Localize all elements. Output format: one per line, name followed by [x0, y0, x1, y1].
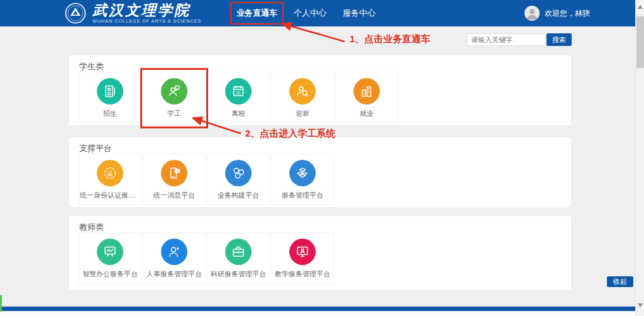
tiles-row: 证 统一身份认证服务... 统一消息平台 [79, 154, 334, 205]
tiles-row: 智慧办公服务平台 人事服务管理平台 科研服务管理平 [79, 232, 334, 284]
linked-circles-icon [225, 160, 252, 186]
annotation-step-2: 2、点击进入学工系统 [245, 128, 335, 140]
main-nav: 业务直通车 个人中心 服务中心 [236, 0, 375, 26]
section-teachers: 教师类 智慧办公服务平台 人事服务管理平台 [69, 216, 571, 290]
id-auth-seal-icon: 证 [97, 160, 123, 186]
tile-label: 人事服务管理平台 [147, 269, 202, 279]
footer-bar [0, 307, 635, 311]
tile-research-service[interactable]: 科研服务管理平台 [207, 232, 270, 284]
section-title: 学生类 [79, 61, 104, 72]
cubes-icon [289, 160, 316, 186]
student-person-icon [161, 78, 187, 104]
tile-service-management[interactable]: 服务管理平台 [271, 154, 334, 205]
section-support-platforms: 支撑平台 证 统一身份认证服务... [69, 137, 571, 207]
tile-label: 迎新 [296, 109, 309, 118]
nav-item-personal-center[interactable]: 个人中心 [294, 8, 326, 19]
tile-label: 服务管理平台 [282, 191, 323, 200]
search-input[interactable] [467, 33, 546, 46]
tile-enrollment[interactable]: 招生 [79, 72, 142, 123]
tile-welcome-new[interactable]: 迎新 [271, 72, 334, 123]
tile-label: 离校 [231, 109, 245, 118]
search-button[interactable]: 搜索 [547, 33, 572, 46]
person-badge-icon [161, 239, 187, 265]
vertical-scrollbar[interactable] [635, 0, 644, 316]
tile-label: 科研服务管理平台 [211, 269, 266, 279]
tile-teaching-service[interactable]: 教学服务管理平台 [271, 232, 334, 284]
horizontal-scrollbar[interactable] [0, 311, 635, 316]
monitor-person-icon [289, 239, 316, 265]
section-title: 教师类 [79, 222, 104, 233]
buildings-icon [353, 78, 380, 104]
section-students: 学生类 招生 [69, 55, 571, 125]
message-phone-icon [161, 160, 187, 186]
nav-item-service-center[interactable]: 服务中心 [343, 8, 375, 19]
tile-label: 智慧办公服务平台 [82, 269, 138, 279]
tile-label: 教学服务管理平台 [275, 269, 330, 279]
school-name: 武汉文理学院 [92, 3, 201, 18]
person-icon [525, 6, 540, 21]
section-title: 支撑平台 [79, 143, 112, 154]
scrollbar-thumb[interactable] [636, 16, 644, 68]
tile-label: 就业 [360, 109, 374, 118]
calendar-31-icon: 31 [225, 78, 252, 104]
tile-smart-office[interactable]: 智慧办公服务平台 [79, 232, 142, 284]
nav-item-business-portal[interactable]: 业务直通车 [236, 8, 277, 19]
tile-business-builder[interactable]: 业务构建平台 [207, 154, 270, 205]
side-widget-handle[interactable] [0, 295, 2, 312]
annotation-arrow-1 [283, 24, 345, 42]
tile-leave-school[interactable]: 31 离校 [207, 72, 270, 123]
tile-message-platform[interactable]: 统一消息平台 [143, 154, 206, 205]
welcome-text: 欢迎您，林骁 [545, 8, 590, 19]
school-logo: 武汉文理学院 WUHAN COLLEGE OF ARTS & SCIENCES [65, 3, 201, 24]
svg-text:证: 证 [106, 170, 113, 177]
tile-student-affairs[interactable]: 学工 [143, 72, 206, 123]
tile-employment[interactable]: 就业 [335, 72, 398, 123]
tile-label: 统一消息平台 [153, 191, 195, 200]
svg-text:31: 31 [236, 91, 241, 95]
app-header: 武汉文理学院 WUHAN COLLEGE OF ARTS & SCIENCES … [0, 0, 635, 26]
annotation-step-1: 1、点击业务直通车 [350, 33, 430, 45]
tile-label: 招生 [103, 109, 117, 118]
school-emblem-icon [65, 3, 86, 24]
scroll-down-arrow-icon[interactable] [638, 303, 643, 307]
whiteboard-chart-icon [97, 239, 123, 265]
collapse-button[interactable]: 收起 [607, 276, 633, 287]
avatar [525, 6, 540, 21]
tile-label: 统一身份认证服务... [80, 191, 140, 200]
tile-label: 学工 [167, 109, 181, 118]
school-name-en: WUHAN COLLEGE OF ARTS & SCIENCES [92, 18, 201, 24]
user-area[interactable]: 欢迎您，林骁 [525, 6, 590, 21]
tile-hr-service[interactable]: 人事服务管理平台 [143, 232, 206, 284]
person-search-icon [289, 78, 316, 104]
search-row: 搜索 [467, 33, 572, 46]
id-card-icon [97, 78, 123, 104]
tiles-row: 招生 学工 31 [79, 72, 398, 123]
briefcase-icon [225, 239, 252, 265]
scroll-up-arrow-icon[interactable] [638, 5, 643, 9]
tile-identity-auth[interactable]: 证 统一身份认证服务... [79, 154, 142, 205]
tile-label: 业务构建平台 [218, 191, 259, 200]
